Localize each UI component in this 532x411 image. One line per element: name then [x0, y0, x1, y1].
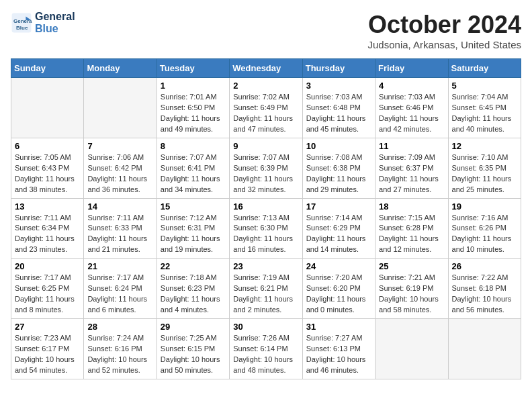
calendar-cell: 13Sunrise: 7:11 AMSunset: 6:34 PMDayligh…: [11, 198, 84, 259]
calendar-week-row: 13Sunrise: 7:11 AMSunset: 6:34 PMDayligh…: [11, 198, 521, 259]
calendar-cell: 25Sunrise: 7:21 AMSunset: 6:19 PMDayligh…: [375, 259, 448, 319]
calendar-week-row: 1Sunrise: 7:01 AMSunset: 6:50 PMDaylight…: [11, 78, 521, 138]
day-info: Sunrise: 7:26 AMSunset: 6:14 PMDaylight:…: [233, 333, 298, 376]
day-info: Sunrise: 7:15 AMSunset: 6:28 PMDaylight:…: [379, 213, 444, 256]
day-number: 11: [379, 141, 444, 151]
calendar-cell: 30Sunrise: 7:26 AMSunset: 6:14 PMDayligh…: [230, 319, 302, 379]
day-info: Sunrise: 7:27 AMSunset: 6:13 PMDaylight:…: [306, 333, 371, 376]
calendar-cell: 31Sunrise: 7:27 AMSunset: 6:13 PMDayligh…: [302, 319, 375, 379]
day-info: Sunrise: 7:08 AMSunset: 6:38 PMDaylight:…: [306, 152, 371, 195]
calendar-cell: 28Sunrise: 7:24 AMSunset: 6:16 PMDayligh…: [84, 319, 157, 379]
day-info: Sunrise: 7:03 AMSunset: 6:46 PMDaylight:…: [379, 92, 444, 135]
day-info: Sunrise: 7:17 AMSunset: 6:24 PMDaylight:…: [87, 273, 152, 316]
calendar-cell: 27Sunrise: 7:23 AMSunset: 6:17 PMDayligh…: [11, 319, 84, 379]
calendar-cell: 4Sunrise: 7:03 AMSunset: 6:46 PMDaylight…: [375, 78, 448, 138]
day-info: Sunrise: 7:12 AMSunset: 6:31 PMDaylight:…: [161, 213, 226, 256]
calendar: SundayMondayTuesdayWednesdayThursdayFrid…: [11, 58, 521, 379]
calendar-cell: 16Sunrise: 7:13 AMSunset: 6:30 PMDayligh…: [230, 198, 302, 259]
day-number: 18: [379, 201, 444, 212]
day-info: Sunrise: 7:09 AMSunset: 6:37 PMDaylight:…: [379, 152, 444, 195]
day-number: 3: [306, 81, 371, 91]
day-number: 1: [161, 81, 226, 91]
day-number: 26: [452, 261, 517, 271]
day-number: 12: [452, 141, 517, 151]
calendar-cell: 8Sunrise: 7:07 AMSunset: 6:41 PMDaylight…: [157, 138, 229, 198]
day-info: Sunrise: 7:17 AMSunset: 6:25 PMDaylight:…: [15, 273, 80, 316]
calendar-cell: 12Sunrise: 7:10 AMSunset: 6:35 PMDayligh…: [448, 138, 521, 198]
day-info: Sunrise: 7:13 AMSunset: 6:30 PMDaylight:…: [233, 213, 298, 256]
weekday-header-tuesday: Tuesday: [157, 59, 229, 78]
day-info: Sunrise: 7:18 AMSunset: 6:23 PMDaylight:…: [161, 273, 226, 316]
weekday-header-thursday: Thursday: [302, 59, 375, 78]
calendar-cell: 7Sunrise: 7:06 AMSunset: 6:42 PMDaylight…: [84, 138, 157, 198]
day-info: Sunrise: 7:01 AMSunset: 6:50 PMDaylight:…: [161, 92, 226, 135]
calendar-cell: 17Sunrise: 7:14 AMSunset: 6:29 PMDayligh…: [302, 198, 375, 259]
day-info: Sunrise: 7:25 AMSunset: 6:15 PMDaylight:…: [161, 333, 226, 376]
calendar-cell: 19Sunrise: 7:16 AMSunset: 6:26 PMDayligh…: [448, 198, 521, 259]
day-number: 31: [306, 322, 371, 332]
day-info: Sunrise: 7:16 AMSunset: 6:26 PMDaylight:…: [452, 213, 517, 256]
calendar-cell: 2Sunrise: 7:02 AMSunset: 6:49 PMDaylight…: [230, 78, 302, 138]
calendar-cell: 1Sunrise: 7:01 AMSunset: 6:50 PMDaylight…: [157, 78, 229, 138]
calendar-cell: 23Sunrise: 7:19 AMSunset: 6:21 PMDayligh…: [230, 259, 302, 319]
day-number: 30: [233, 322, 298, 332]
calendar-cell: 10Sunrise: 7:08 AMSunset: 6:38 PMDayligh…: [302, 138, 375, 198]
day-number: 6: [15, 141, 80, 151]
day-number: 10: [306, 141, 371, 151]
day-number: 14: [87, 201, 152, 212]
day-number: 15: [161, 201, 226, 212]
day-number: 23: [233, 261, 298, 271]
day-number: 4: [379, 81, 444, 91]
calendar-cell: [84, 78, 157, 138]
calendar-week-row: 6Sunrise: 7:05 AMSunset: 6:43 PMDaylight…: [11, 138, 521, 198]
title-area: October 2024 Judsonia, Arkansas, United …: [368, 11, 521, 50]
calendar-cell: 22Sunrise: 7:18 AMSunset: 6:23 PMDayligh…: [157, 259, 229, 319]
day-info: Sunrise: 7:06 AMSunset: 6:42 PMDaylight:…: [87, 152, 152, 195]
calendar-cell: 9Sunrise: 7:07 AMSunset: 6:39 PMDaylight…: [230, 138, 302, 198]
day-number: 7: [87, 141, 152, 151]
day-info: Sunrise: 7:24 AMSunset: 6:16 PMDaylight:…: [87, 333, 152, 376]
day-info: Sunrise: 7:23 AMSunset: 6:17 PMDaylight:…: [15, 333, 80, 376]
day-info: Sunrise: 7:22 AMSunset: 6:18 PMDaylight:…: [452, 273, 517, 316]
logo-text-line1: General: [35, 11, 75, 23]
day-number: 9: [233, 141, 298, 151]
weekday-header-row: SundayMondayTuesdayWednesdayThursdayFrid…: [11, 59, 521, 78]
calendar-cell: 11Sunrise: 7:09 AMSunset: 6:37 PMDayligh…: [375, 138, 448, 198]
day-info: Sunrise: 7:03 AMSunset: 6:48 PMDaylight:…: [306, 92, 371, 135]
calendar-cell: 26Sunrise: 7:22 AMSunset: 6:18 PMDayligh…: [448, 259, 521, 319]
day-info: Sunrise: 7:11 AMSunset: 6:33 PMDaylight:…: [87, 213, 152, 256]
location-title: Judsonia, Arkansas, United States: [368, 39, 521, 50]
day-number: 25: [379, 261, 444, 271]
day-number: 13: [15, 201, 80, 212]
calendar-cell: 5Sunrise: 7:04 AMSunset: 6:45 PMDaylight…: [448, 78, 521, 138]
calendar-cell: [375, 319, 448, 379]
svg-text:Blue: Blue: [16, 24, 28, 30]
calendar-cell: 21Sunrise: 7:17 AMSunset: 6:24 PMDayligh…: [84, 259, 157, 319]
calendar-cell: 29Sunrise: 7:25 AMSunset: 6:15 PMDayligh…: [157, 319, 229, 379]
weekday-header-wednesday: Wednesday: [230, 59, 302, 78]
calendar-cell: 6Sunrise: 7:05 AMSunset: 6:43 PMDaylight…: [11, 138, 84, 198]
day-info: Sunrise: 7:05 AMSunset: 6:43 PMDaylight:…: [15, 152, 80, 195]
day-number: 24: [306, 261, 371, 271]
logo: General Blue General Blue: [11, 11, 75, 34]
day-number: 19: [452, 201, 517, 212]
day-info: Sunrise: 7:19 AMSunset: 6:21 PMDaylight:…: [233, 273, 298, 316]
day-info: Sunrise: 7:07 AMSunset: 6:39 PMDaylight:…: [233, 152, 298, 195]
day-info: Sunrise: 7:10 AMSunset: 6:35 PMDaylight:…: [452, 152, 517, 195]
day-number: 5: [452, 81, 517, 91]
calendar-cell: [11, 78, 84, 138]
day-info: Sunrise: 7:21 AMSunset: 6:19 PMDaylight:…: [379, 273, 444, 316]
day-number: 27: [15, 322, 80, 332]
day-info: Sunrise: 7:20 AMSunset: 6:20 PMDaylight:…: [306, 273, 371, 316]
day-number: 29: [161, 322, 226, 332]
day-number: 17: [306, 201, 371, 212]
weekday-header-monday: Monday: [84, 59, 157, 78]
day-info: Sunrise: 7:02 AMSunset: 6:49 PMDaylight:…: [233, 92, 298, 135]
day-number: 16: [233, 201, 298, 212]
calendar-cell: 14Sunrise: 7:11 AMSunset: 6:33 PMDayligh…: [84, 198, 157, 259]
calendar-cell: 3Sunrise: 7:03 AMSunset: 6:48 PMDaylight…: [302, 78, 375, 138]
logo-text-line2: Blue: [35, 23, 75, 35]
calendar-cell: 18Sunrise: 7:15 AMSunset: 6:28 PMDayligh…: [375, 198, 448, 259]
day-number: 20: [15, 261, 80, 271]
logo-icon: General Blue: [11, 12, 32, 34]
